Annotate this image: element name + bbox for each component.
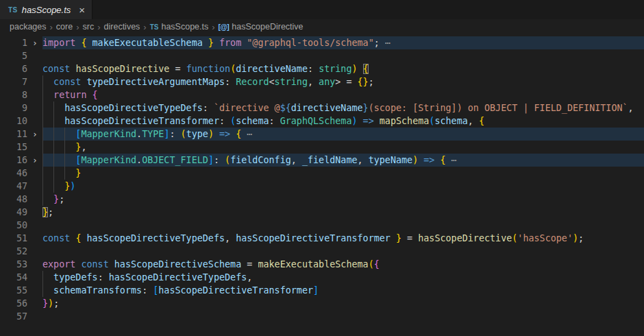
line-number: 47 [0, 180, 27, 193]
code-line[interactable]: 54 typeDefs: hasScopeDirectiveTypeDefs, [0, 271, 644, 284]
code-line[interactable]: 51const { hasScopeDirectiveTypeDefs, has… [0, 232, 644, 245]
code-token: (scope: [String]) on OBJECT | FIELD_DEFI… [369, 103, 628, 113]
code-content[interactable]: }, [42, 141, 644, 154]
breadcrumb-item[interactable]: core [56, 22, 73, 32]
code-token: hasScopeDirectiveTransformer [236, 233, 391, 243]
code-content[interactable]: const typeDirectiveArgumentMaps: Record<… [42, 75, 644, 88]
code-line[interactable]: 8 return { [0, 88, 644, 101]
code-content[interactable]: }); [42, 297, 644, 310]
gutter-spacer [27, 232, 42, 245]
code-line[interactable]: 47 }) [0, 180, 644, 193]
indent-guide [53, 180, 54, 193]
code-token: schema [236, 116, 269, 126]
indent-guide [42, 271, 43, 284]
code-content[interactable]: [MapperKind.OBJECT_FIELD]: (fieldConfig,… [42, 154, 644, 167]
code-line[interactable]: 16› [MapperKind.OBJECT_FIELD]: (fieldCon… [0, 154, 644, 167]
code-token: , [358, 155, 369, 165]
code-content[interactable] [42, 219, 644, 232]
code-line[interactable]: 9 hasScopeDirectiveTypeDefs: `directive … [0, 101, 644, 115]
code-line[interactable]: 5 [0, 49, 644, 62]
code-token: from [214, 38, 247, 48]
code-token: mapSchema [380, 116, 430, 126]
code-token: { [479, 116, 484, 126]
code-content[interactable]: return { [42, 88, 644, 101]
fold-chevron-icon[interactable]: › [27, 154, 42, 167]
code-content[interactable]: typeDefs: hasScopeDirectiveTypeDefs, [42, 271, 644, 284]
breadcrumb-item[interactable]: src [83, 22, 95, 32]
code-token: `directive @ [214, 103, 280, 113]
code-content[interactable]: hasScopeDirectiveTypeDefs: `directive @$… [42, 101, 644, 115]
breadcrumb-item[interactable]: [@]hasScopeDirective [219, 22, 304, 32]
fold-chevron-icon[interactable]: › [27, 36, 42, 49]
code-line[interactable]: 48 }; [0, 193, 644, 206]
code-token: string [275, 77, 308, 87]
code-line[interactable]: 11› [MapperKind.TYPE]: (type) => { ⋯ [0, 128, 644, 141]
code-token: = [241, 259, 258, 269]
code-token: < [269, 77, 275, 87]
indent-guide [64, 154, 65, 167]
indent-guide [42, 180, 43, 193]
code-content[interactable]: }) [42, 180, 644, 193]
vscode-window: TS hasScope.ts × packages›core›src›direc… [0, 0, 644, 336]
indent-guide [64, 128, 65, 141]
chevron-right-icon: › [76, 22, 79, 32]
breadcrumb: packages›core›src›directives›TShasScope.… [0, 19, 644, 34]
code-content[interactable]: import { makeExecutableSchema } from "@g… [42, 36, 644, 49]
fold-chevron-icon[interactable]: › [27, 128, 42, 141]
code-token: . [136, 155, 142, 165]
code-line[interactable]: 6const hasScopeDirective = function(dire… [0, 62, 644, 75]
code-token: ) [48, 298, 53, 309]
code-line[interactable]: 49}; [0, 206, 644, 219]
code-content[interactable]: hasScopeDirectiveTransformer: (schema: G… [42, 115, 644, 128]
chevron-right-icon: › [50, 22, 53, 32]
code-content[interactable] [42, 310, 644, 323]
indent-guide [42, 193, 43, 206]
code-line[interactable]: 15 }, [0, 141, 644, 154]
code-line[interactable]: 1›import { makeExecutableSchema } from "… [0, 36, 644, 49]
code-line[interactable]: 10 hasScopeDirectiveTransformer: (schema… [0, 115, 644, 128]
tab-hasscope[interactable]: TS hasScope.ts × [0, 0, 92, 19]
code-token: ) [573, 233, 578, 243]
code-line[interactable]: 7 const typeDirectiveArgumentMaps: Recor… [0, 75, 644, 88]
indent-guide [42, 167, 43, 180]
code-token: hasScopeDirective [75, 64, 169, 74]
gutter-spacer [27, 297, 42, 310]
code-token: GraphQLSchema [280, 116, 352, 126]
code-line[interactable]: 46 } [0, 167, 644, 180]
breadcrumb-item[interactable]: TShasScope.ts [150, 22, 209, 32]
code-editor[interactable]: 1›import { makeExecutableSchema } from "… [0, 34, 644, 336]
code-content[interactable]: const { hasScopeDirectiveTypeDefs, hasSc… [42, 232, 644, 245]
code-line[interactable]: 53export const hasScopeDirectiveSchema =… [0, 258, 644, 271]
code-line[interactable]: 56}); [0, 297, 644, 310]
tab-close-icon[interactable]: × [79, 5, 85, 15]
code-token: => [358, 116, 380, 126]
code-content[interactable] [42, 245, 644, 258]
code-token: } [42, 181, 70, 191]
line-number: 11 [0, 128, 27, 141]
code-token: ) [70, 181, 75, 191]
breadcrumb-item[interactable]: packages [10, 22, 47, 32]
code-line[interactable]: 55 schemaTransforms: [hasScopeDirectiveT… [0, 284, 644, 297]
code-token: hasScopeDirectiveTransformer [42, 116, 219, 126]
code-content[interactable]: }; [42, 206, 644, 219]
code-content[interactable] [42, 49, 644, 62]
code-line[interactable]: 52 [0, 245, 644, 258]
code-content[interactable]: }; [42, 193, 644, 206]
code-line[interactable]: 50 [0, 219, 644, 232]
line-number: 16 [0, 154, 27, 167]
line-number: 15 [0, 141, 27, 154]
code-token: ( [225, 155, 230, 165]
code-token: , [308, 77, 319, 87]
code-content[interactable]: export const hasScopeDirectiveSchema = m… [42, 258, 644, 271]
code-line[interactable]: 57 [0, 310, 644, 323]
gutter-spacer [27, 180, 42, 193]
code-token: . [136, 129, 142, 139]
code-content[interactable]: [MapperKind.TYPE]: (type) => { ⋯ [42, 128, 644, 141]
code-content[interactable]: } [42, 167, 644, 180]
code-token: : [169, 129, 180, 139]
code-content[interactable]: const hasScopeDirective = function(direc… [42, 62, 644, 75]
breadcrumb-item[interactable]: directives [104, 22, 140, 32]
code-token: > = [335, 77, 357, 87]
code-content[interactable]: schemaTransforms: [hasScopeDirectiveTran… [42, 284, 644, 297]
code-token: } [42, 194, 59, 204]
